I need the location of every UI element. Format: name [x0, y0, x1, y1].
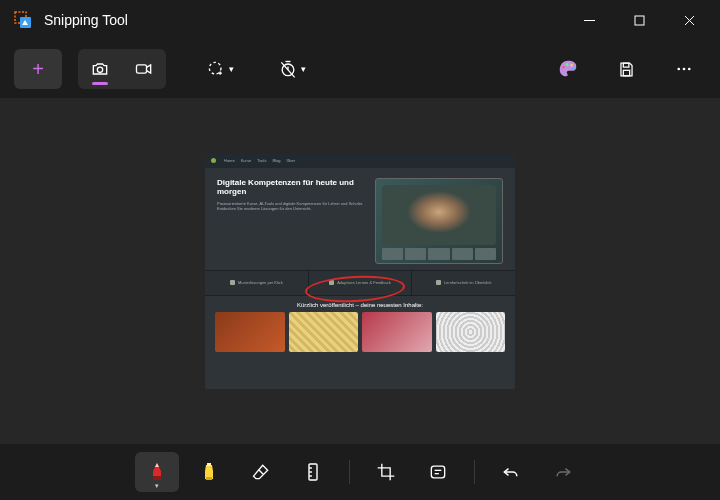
more-button[interactable]: [662, 49, 706, 89]
save-button[interactable]: [604, 49, 648, 89]
svg-point-18: [572, 68, 575, 71]
window-title: Snipping Tool: [44, 12, 566, 28]
redo-button[interactable]: [541, 452, 585, 492]
window-controls: [566, 4, 712, 36]
video-mode-button[interactable]: [122, 49, 166, 89]
svg-rect-32: [431, 466, 444, 478]
svg-point-6: [97, 67, 102, 72]
separator: [474, 460, 475, 484]
top-toolbar: + ▾ ▾: [0, 40, 720, 98]
crop-tool-button[interactable]: [364, 452, 408, 492]
ruler-tool-button[interactable]: [291, 452, 335, 492]
snip-shape-dropdown[interactable]: ▾: [198, 49, 242, 89]
svg-point-8: [209, 62, 221, 74]
canvas-area[interactable]: HomeKurseToolsBlogÜber Digitale Kompeten…: [0, 98, 720, 444]
plus-icon: +: [32, 58, 44, 81]
close-button[interactable]: [666, 4, 712, 36]
svg-rect-24: [153, 476, 161, 480]
hero-sub: Praxisorientierte Kurse, AI-Tools und di…: [217, 201, 367, 211]
svg-point-21: [677, 68, 680, 71]
svg-point-17: [570, 64, 573, 67]
maximize-button[interactable]: [616, 4, 662, 36]
separator: [349, 460, 350, 484]
svg-rect-7: [137, 65, 147, 73]
chevron-down-icon: ▾: [301, 64, 306, 74]
titlebar: Snipping Tool: [0, 0, 720, 40]
paint-icon: [557, 58, 579, 80]
delay-dropdown[interactable]: ▾: [270, 49, 314, 89]
svg-rect-25: [206, 477, 212, 480]
capture-mode-group: [78, 49, 166, 89]
chevron-down-icon: ▾: [229, 64, 234, 74]
undo-button[interactable]: [489, 452, 533, 492]
edit-in-paint-button[interactable]: [546, 49, 590, 89]
hero-title: Digitale Kompetenzen für heute und morge…: [217, 178, 367, 197]
svg-rect-20: [623, 70, 629, 76]
svg-point-15: [562, 66, 565, 69]
photo-mode-button[interactable]: [78, 49, 122, 89]
svg-point-22: [683, 68, 686, 71]
svg-rect-3: [635, 16, 644, 25]
new-snip-button[interactable]: +: [14, 49, 62, 89]
bottom-toolbar: ▾: [0, 444, 720, 500]
pen-tool-button[interactable]: ▾: [135, 452, 179, 492]
svg-rect-19: [623, 63, 629, 67]
captured-image: HomeKurseToolsBlogÜber Digitale Kompeten…: [205, 154, 515, 389]
app-icon: [14, 11, 32, 29]
chevron-down-icon: ▾: [155, 482, 159, 490]
eraser-tool-button[interactable]: [239, 452, 283, 492]
svg-rect-26: [207, 463, 211, 466]
minimize-button[interactable]: [566, 4, 612, 36]
selected-indicator: [92, 82, 108, 85]
hero-image: [375, 178, 503, 264]
svg-line-27: [259, 470, 264, 475]
svg-point-23: [688, 68, 691, 71]
text-actions-button[interactable]: [416, 452, 460, 492]
svg-point-16: [566, 63, 569, 66]
highlighter-tool-button[interactable]: [187, 452, 231, 492]
